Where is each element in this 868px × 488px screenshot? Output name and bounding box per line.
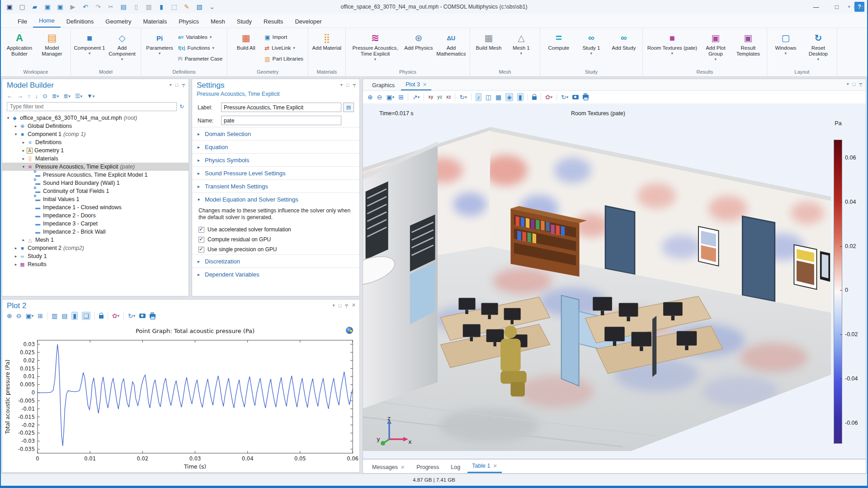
tree-item[interactable]: ▸≡Definitions xyxy=(2,138,189,146)
move-up-button[interactable]: ↑ xyxy=(28,93,31,99)
ribbon-variables-button[interactable]: a=Variables▾ xyxy=(176,32,224,42)
ribbon-build-mesh-button[interactable]: ▦Build Mesh xyxy=(473,30,505,51)
tree-item[interactable]: ▾■Component 1(comp 1) xyxy=(2,130,189,138)
tree-item[interactable]: ▸AGeometry 1 xyxy=(2,146,189,155)
back-arrow-button[interactable]: ← xyxy=(7,93,13,99)
customize-caret-button[interactable]: ⌄ xyxy=(206,2,218,12)
tree-expander-icon[interactable]: ▸ xyxy=(21,140,26,145)
select-frame-button[interactable]: ⬚ xyxy=(168,2,180,12)
color-palette-button[interactable]: ✿ ▾ xyxy=(112,312,119,319)
comsol-logo-button[interactable] xyxy=(346,327,353,334)
tab-log[interactable]: Log xyxy=(446,461,465,473)
pin-icon[interactable]: ┯ xyxy=(353,82,356,88)
tree-expander-icon[interactable]: ▾ xyxy=(6,116,10,120)
tree-expander-icon[interactable]: ▸ xyxy=(14,262,18,267)
float-icon[interactable]: □ xyxy=(346,82,349,88)
tree-item[interactable]: ▸∞Study 1 xyxy=(2,252,189,260)
ribbon-mesh-1-button[interactable]: △Mesh 1▾ xyxy=(505,30,537,56)
ribbon-room-textures-pate-button[interactable]: ■Room Textures (pate)▾ xyxy=(646,30,699,56)
ribbon-component-1-button[interactable]: ■Component 1▾ xyxy=(74,30,105,56)
tree-item[interactable]: ▬Impedance 2 - Doors xyxy=(2,211,189,220)
update-button[interactable]: ↻ ▾ xyxy=(561,94,568,101)
zoom-in-button[interactable]: ⊕ xyxy=(368,94,373,101)
preview-button[interactable]: ▧ xyxy=(193,2,205,12)
save-as-button[interactable]: ▣ xyxy=(54,2,66,12)
delete-button[interactable]: ▮ xyxy=(156,2,167,12)
tree-item[interactable]: ▬DContinuity of Total Fields 1 xyxy=(2,187,189,195)
label-field-input[interactable] xyxy=(221,103,341,112)
ribbon-build-all-button[interactable]: ▦Build All xyxy=(230,30,262,51)
zoom-extents-button[interactable]: ⊞ xyxy=(398,94,404,101)
ribbon-application-builder-button[interactable]: AApplication Builder xyxy=(4,30,35,57)
section-header-model-equation-and-solver-settings[interactable]: ▾Model Equation and Solver Settings xyxy=(192,192,359,206)
menu-results[interactable]: Results xyxy=(258,15,289,28)
snapshot-button[interactable] xyxy=(139,314,146,318)
tree-expander-icon[interactable]: ▾ xyxy=(21,164,26,169)
model-tree-node-button[interactable]: ☰ ▾ xyxy=(75,93,82,99)
move-down-button[interactable]: ↓ xyxy=(35,93,38,99)
section-header-domain-selection[interactable]: ▸Domain Selection xyxy=(192,127,359,140)
duplicate-button[interactable]: ▥ xyxy=(143,2,155,12)
menu-caret-icon[interactable]: ▾ xyxy=(340,82,343,88)
rename-icon[interactable]: ▤ xyxy=(343,103,354,112)
checkbox[interactable] xyxy=(198,227,204,233)
ribbon-add-physics-button[interactable]: ⊛Add Physics xyxy=(403,30,434,51)
zoom-extents-button[interactable]: ⊞ xyxy=(38,312,43,319)
tree-item[interactable]: ▸■Component 2(comp2) xyxy=(2,244,189,252)
section-header-sound-pressure-level-settings[interactable]: ▸Sound Pressure Level Settings xyxy=(192,166,359,179)
x-grid-button[interactable]: ▥ xyxy=(52,312,57,319)
zoom-box-button[interactable]: ▣ ▾ xyxy=(25,312,33,319)
pin-icon[interactable]: ┯ xyxy=(345,302,348,308)
close-icon[interactable]: ✕ xyxy=(352,302,356,308)
transparency-button[interactable]: ◫ xyxy=(486,94,491,101)
menu-caret-icon[interactable]: ▾ xyxy=(332,302,335,308)
show-button[interactable]: ⊙ xyxy=(42,93,47,99)
tab-plot-3[interactable]: Plot 3✕ xyxy=(401,80,431,90)
tree-item[interactable]: ▸⣿Materials xyxy=(2,155,189,163)
zoom-box-button[interactable]: ▣ ▾ xyxy=(386,94,394,101)
zoom-in-button[interactable]: ⊕ xyxy=(7,312,12,319)
minimize-button[interactable]: — xyxy=(806,0,826,14)
room-3d-view[interactable] xyxy=(363,119,831,451)
point-graph-chart[interactable]: Point Graph: Total acoustic pressure (Pa… xyxy=(2,323,359,472)
print-button[interactable] xyxy=(150,314,156,318)
tree-item[interactable]: ▾≋Pressure Acoustics, Time Explicit(pate… xyxy=(2,163,189,171)
tree-item[interactable]: ▬Impedance 3 - Carpet xyxy=(2,220,189,228)
tab-progress[interactable]: Progress xyxy=(412,461,443,473)
paste-button[interactable]: ▯ xyxy=(130,2,142,12)
ribbon-result-templates-button[interactable]: ▣Result Templates xyxy=(732,30,764,57)
section-header-discretization[interactable]: ▸Discretization xyxy=(192,254,359,267)
tree-item[interactable]: ▬Impedance 2 - Brick Wall xyxy=(2,228,189,236)
open-file-button[interactable]: ▰ xyxy=(29,2,41,12)
forward-arrow-button[interactable]: → xyxy=(17,93,23,99)
menu-caret-icon[interactable]: ▾ xyxy=(848,4,850,9)
filter-input[interactable] xyxy=(7,102,177,111)
run-button[interactable]: ▶ xyxy=(67,2,79,12)
pin-icon[interactable]: ┯ xyxy=(859,81,862,87)
print-button[interactable] xyxy=(583,95,589,99)
refresh-filter-icon[interactable]: ↻ xyxy=(179,103,184,110)
view-yz-button[interactable]: yz xyxy=(437,94,442,99)
ribbon-study-1-button[interactable]: ∞Study 1▾ xyxy=(576,30,607,56)
float-icon[interactable]: □ xyxy=(853,81,856,87)
ribbon-reset-desktop-button[interactable]: ↻Reset Desktop▾ xyxy=(802,30,834,61)
close-tab-icon[interactable]: ✕ xyxy=(423,82,427,88)
close-tab-icon[interactable]: ✕ xyxy=(493,463,497,469)
comsol-logo-button[interactable]: ▣ xyxy=(4,2,15,12)
ribbon-parameters-button[interactable]: PiParameters▾ xyxy=(144,30,175,56)
cut-button[interactable]: ✂ xyxy=(105,2,117,12)
color-legend-button[interactable]: ▮ xyxy=(517,93,524,101)
pin-icon[interactable]: ┯ xyxy=(182,82,185,88)
section-header-equation[interactable]: ▸Equation xyxy=(192,140,359,153)
menu-developer[interactable]: Developer xyxy=(289,15,327,28)
ribbon-livelink-button[interactable]: ⇄LiveLink▾ xyxy=(263,42,305,53)
menu-caret-icon[interactable]: ▾ xyxy=(847,81,849,87)
menu-home[interactable]: Home xyxy=(33,14,61,28)
menu-caret-icon[interactable]: ▾ xyxy=(170,82,172,88)
annotate-button[interactable]: ✎ xyxy=(181,2,193,12)
tree-item[interactable]: ▬DInitial Values 1 xyxy=(2,195,189,203)
tree-expander-icon[interactable]: ▸ xyxy=(21,148,26,153)
ribbon-functions-button[interactable]: f(x)Functions▾ xyxy=(176,42,224,53)
zoom-out-button[interactable]: ⊖ xyxy=(377,94,382,101)
graphics-canvas[interactable]: Time=0.017 s Room Textures (pate) xyxy=(363,104,866,459)
